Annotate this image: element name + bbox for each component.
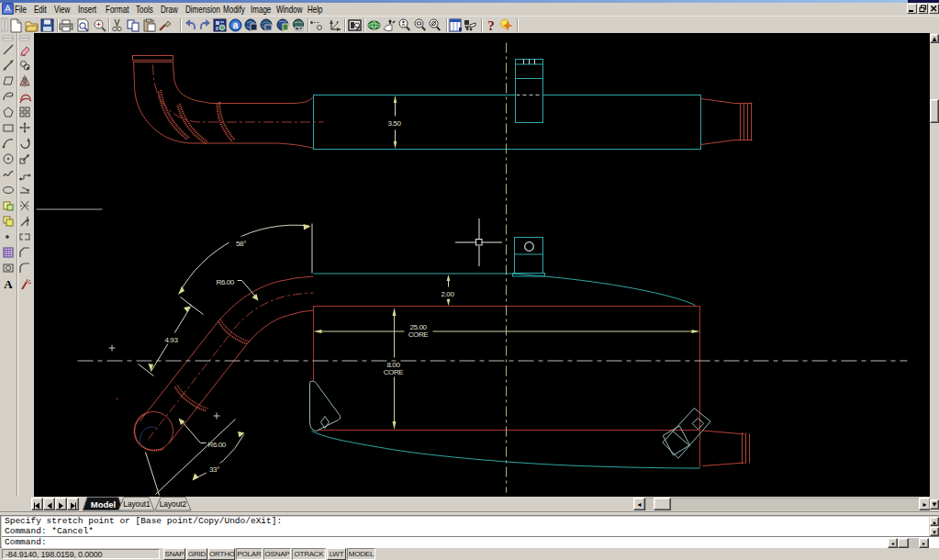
svg-text:Model: Model xyxy=(91,499,116,510)
svg-text:2.00: 2.00 xyxy=(442,290,455,298)
svg-text:3.50: 3.50 xyxy=(388,119,402,128)
svg-text:CORE: CORE xyxy=(408,330,429,339)
svg-text:Layout1: Layout1 xyxy=(123,499,151,509)
svg-text:?: ? xyxy=(487,18,495,33)
svg-text:R6.00: R6.00 xyxy=(217,278,235,286)
svg-text:33°: 33° xyxy=(209,465,219,474)
svg-text:A: A xyxy=(4,277,13,291)
svg-text:Layout2: Layout2 xyxy=(160,499,187,509)
svg-text:58°: 58° xyxy=(236,240,246,248)
svg-text:CORE: CORE xyxy=(384,368,404,376)
svg-text:R6.00: R6.00 xyxy=(208,441,227,449)
svg-text:4.93: 4.93 xyxy=(165,336,179,344)
svg-text:a: a xyxy=(233,20,239,30)
